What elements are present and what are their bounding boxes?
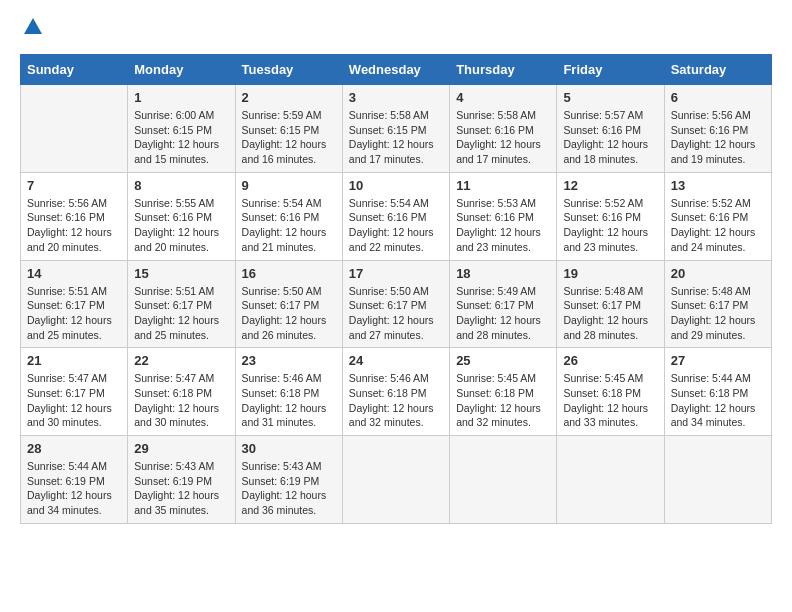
cell-info: Sunrise: 5:49 AM Sunset: 6:17 PM Dayligh… (456, 284, 550, 343)
calendar-cell (21, 85, 128, 173)
day-number: 10 (349, 178, 443, 193)
header-cell-wednesday: Wednesday (342, 55, 449, 85)
calendar-cell: 19Sunrise: 5:48 AM Sunset: 6:17 PM Dayli… (557, 260, 664, 348)
calendar-cell (664, 436, 771, 524)
day-number: 26 (563, 353, 657, 368)
cell-info: Sunrise: 5:52 AM Sunset: 6:16 PM Dayligh… (563, 196, 657, 255)
calendar-cell (342, 436, 449, 524)
calendar-cell: 15Sunrise: 5:51 AM Sunset: 6:17 PM Dayli… (128, 260, 235, 348)
cell-info: Sunrise: 5:56 AM Sunset: 6:16 PM Dayligh… (27, 196, 121, 255)
calendar-cell: 24Sunrise: 5:46 AM Sunset: 6:18 PM Dayli… (342, 348, 449, 436)
cell-info: Sunrise: 5:58 AM Sunset: 6:16 PM Dayligh… (456, 108, 550, 167)
cell-info: Sunrise: 5:57 AM Sunset: 6:16 PM Dayligh… (563, 108, 657, 167)
cell-info: Sunrise: 5:43 AM Sunset: 6:19 PM Dayligh… (134, 459, 228, 518)
cell-info: Sunrise: 5:59 AM Sunset: 6:15 PM Dayligh… (242, 108, 336, 167)
page-header (20, 16, 772, 42)
day-number: 24 (349, 353, 443, 368)
day-number: 29 (134, 441, 228, 456)
day-number: 12 (563, 178, 657, 193)
cell-info: Sunrise: 5:50 AM Sunset: 6:17 PM Dayligh… (349, 284, 443, 343)
calendar-cell: 6Sunrise: 5:56 AM Sunset: 6:16 PM Daylig… (664, 85, 771, 173)
calendar-cell: 13Sunrise: 5:52 AM Sunset: 6:16 PM Dayli… (664, 172, 771, 260)
calendar-cell: 11Sunrise: 5:53 AM Sunset: 6:16 PM Dayli… (450, 172, 557, 260)
header-cell-sunday: Sunday (21, 55, 128, 85)
calendar-cell: 21Sunrise: 5:47 AM Sunset: 6:17 PM Dayli… (21, 348, 128, 436)
cell-info: Sunrise: 5:45 AM Sunset: 6:18 PM Dayligh… (456, 371, 550, 430)
cell-info: Sunrise: 5:55 AM Sunset: 6:16 PM Dayligh… (134, 196, 228, 255)
calendar-cell: 10Sunrise: 5:54 AM Sunset: 6:16 PM Dayli… (342, 172, 449, 260)
calendar-table: SundayMondayTuesdayWednesdayThursdayFrid… (20, 54, 772, 524)
cell-info: Sunrise: 6:00 AM Sunset: 6:15 PM Dayligh… (134, 108, 228, 167)
logo (20, 16, 44, 42)
calendar-cell: 8Sunrise: 5:55 AM Sunset: 6:16 PM Daylig… (128, 172, 235, 260)
header-cell-tuesday: Tuesday (235, 55, 342, 85)
cell-info: Sunrise: 5:50 AM Sunset: 6:17 PM Dayligh… (242, 284, 336, 343)
calendar-week-row: 21Sunrise: 5:47 AM Sunset: 6:17 PM Dayli… (21, 348, 772, 436)
cell-info: Sunrise: 5:54 AM Sunset: 6:16 PM Dayligh… (242, 196, 336, 255)
cell-info: Sunrise: 5:44 AM Sunset: 6:19 PM Dayligh… (27, 459, 121, 518)
day-number: 25 (456, 353, 550, 368)
cell-info: Sunrise: 5:43 AM Sunset: 6:19 PM Dayligh… (242, 459, 336, 518)
calendar-cell: 4Sunrise: 5:58 AM Sunset: 6:16 PM Daylig… (450, 85, 557, 173)
day-number: 5 (563, 90, 657, 105)
header-row: SundayMondayTuesdayWednesdayThursdayFrid… (21, 55, 772, 85)
day-number: 15 (134, 266, 228, 281)
day-number: 2 (242, 90, 336, 105)
cell-info: Sunrise: 5:44 AM Sunset: 6:18 PM Dayligh… (671, 371, 765, 430)
calendar-cell: 17Sunrise: 5:50 AM Sunset: 6:17 PM Dayli… (342, 260, 449, 348)
day-number: 7 (27, 178, 121, 193)
day-number: 30 (242, 441, 336, 456)
calendar-cell: 16Sunrise: 5:50 AM Sunset: 6:17 PM Dayli… (235, 260, 342, 348)
day-number: 27 (671, 353, 765, 368)
calendar-cell: 28Sunrise: 5:44 AM Sunset: 6:19 PM Dayli… (21, 436, 128, 524)
calendar-cell (450, 436, 557, 524)
calendar-cell (557, 436, 664, 524)
cell-info: Sunrise: 5:58 AM Sunset: 6:15 PM Dayligh… (349, 108, 443, 167)
day-number: 1 (134, 90, 228, 105)
day-number: 21 (27, 353, 121, 368)
calendar-cell: 25Sunrise: 5:45 AM Sunset: 6:18 PM Dayli… (450, 348, 557, 436)
day-number: 4 (456, 90, 550, 105)
cell-info: Sunrise: 5:45 AM Sunset: 6:18 PM Dayligh… (563, 371, 657, 430)
day-number: 22 (134, 353, 228, 368)
cell-info: Sunrise: 5:51 AM Sunset: 6:17 PM Dayligh… (27, 284, 121, 343)
day-number: 3 (349, 90, 443, 105)
day-number: 6 (671, 90, 765, 105)
header-cell-monday: Monday (128, 55, 235, 85)
cell-info: Sunrise: 5:48 AM Sunset: 6:17 PM Dayligh… (671, 284, 765, 343)
cell-info: Sunrise: 5:48 AM Sunset: 6:17 PM Dayligh… (563, 284, 657, 343)
calendar-cell: 29Sunrise: 5:43 AM Sunset: 6:19 PM Dayli… (128, 436, 235, 524)
calendar-cell: 1Sunrise: 6:00 AM Sunset: 6:15 PM Daylig… (128, 85, 235, 173)
cell-info: Sunrise: 5:46 AM Sunset: 6:18 PM Dayligh… (349, 371, 443, 430)
calendar-cell: 2Sunrise: 5:59 AM Sunset: 6:15 PM Daylig… (235, 85, 342, 173)
calendar-cell: 30Sunrise: 5:43 AM Sunset: 6:19 PM Dayli… (235, 436, 342, 524)
header-cell-friday: Friday (557, 55, 664, 85)
calendar-cell: 18Sunrise: 5:49 AM Sunset: 6:17 PM Dayli… (450, 260, 557, 348)
calendar-week-row: 14Sunrise: 5:51 AM Sunset: 6:17 PM Dayli… (21, 260, 772, 348)
calendar-cell: 3Sunrise: 5:58 AM Sunset: 6:15 PM Daylig… (342, 85, 449, 173)
calendar-cell: 26Sunrise: 5:45 AM Sunset: 6:18 PM Dayli… (557, 348, 664, 436)
calendar-cell: 14Sunrise: 5:51 AM Sunset: 6:17 PM Dayli… (21, 260, 128, 348)
calendar-cell: 20Sunrise: 5:48 AM Sunset: 6:17 PM Dayli… (664, 260, 771, 348)
day-number: 18 (456, 266, 550, 281)
logo-icon (22, 16, 44, 38)
calendar-cell: 5Sunrise: 5:57 AM Sunset: 6:16 PM Daylig… (557, 85, 664, 173)
calendar-week-row: 7Sunrise: 5:56 AM Sunset: 6:16 PM Daylig… (21, 172, 772, 260)
calendar-cell: 23Sunrise: 5:46 AM Sunset: 6:18 PM Dayli… (235, 348, 342, 436)
day-number: 14 (27, 266, 121, 281)
calendar-week-row: 1Sunrise: 6:00 AM Sunset: 6:15 PM Daylig… (21, 85, 772, 173)
calendar-week-row: 28Sunrise: 5:44 AM Sunset: 6:19 PM Dayli… (21, 436, 772, 524)
day-number: 28 (27, 441, 121, 456)
header-cell-saturday: Saturday (664, 55, 771, 85)
svg-marker-0 (24, 18, 42, 34)
calendar-cell: 12Sunrise: 5:52 AM Sunset: 6:16 PM Dayli… (557, 172, 664, 260)
day-number: 8 (134, 178, 228, 193)
day-number: 17 (349, 266, 443, 281)
cell-info: Sunrise: 5:51 AM Sunset: 6:17 PM Dayligh… (134, 284, 228, 343)
day-number: 9 (242, 178, 336, 193)
cell-info: Sunrise: 5:54 AM Sunset: 6:16 PM Dayligh… (349, 196, 443, 255)
calendar-cell: 22Sunrise: 5:47 AM Sunset: 6:18 PM Dayli… (128, 348, 235, 436)
cell-info: Sunrise: 5:47 AM Sunset: 6:17 PM Dayligh… (27, 371, 121, 430)
day-number: 13 (671, 178, 765, 193)
day-number: 11 (456, 178, 550, 193)
